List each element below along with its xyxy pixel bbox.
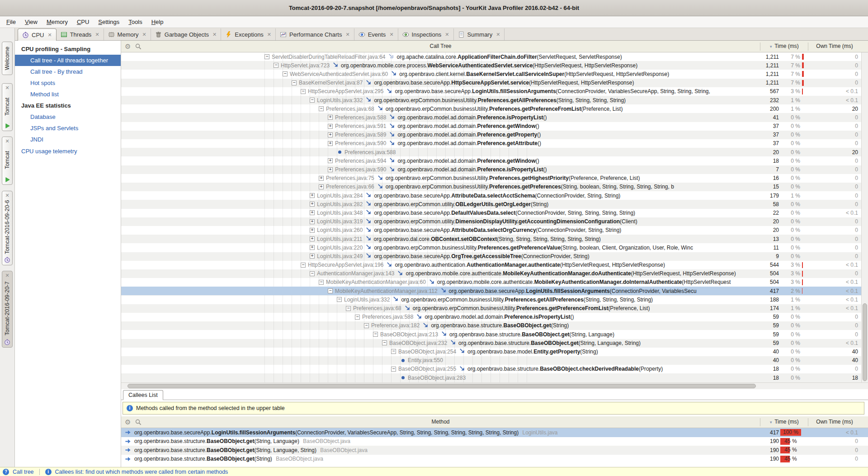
call-tree-row[interactable]: −ServletDisablerDuringTableReloadFilter.… bbox=[121, 52, 861, 61]
call-tree-row[interactable]: +Preferences.java:591org.openbravo.model… bbox=[121, 122, 861, 131]
call-tree-row[interactable]: +LoginUtils.java:249org.openbravo.base.s… bbox=[121, 252, 861, 260]
vertical-scrollbar[interactable] bbox=[861, 52, 868, 382]
sidebar-item-cpu-usage-telemetry[interactable]: CPU usage telemetry bbox=[15, 145, 121, 157]
horizontal-scrollbar[interactable] bbox=[121, 382, 868, 389]
expand-toggle[interactable]: + bbox=[310, 219, 315, 224]
tab-cpu[interactable]: CPU✕ bbox=[18, 28, 57, 41]
close-icon[interactable]: ✕ bbox=[212, 32, 217, 38]
call-tree-row[interactable]: +Preferences.java:75org.openbravo.erpCom… bbox=[121, 174, 861, 183]
expand-toggle[interactable]: + bbox=[310, 202, 315, 207]
menu-settings[interactable]: Settings bbox=[94, 17, 124, 27]
tab-threads[interactable]: Threads✕ bbox=[57, 28, 104, 40]
call-tree-row[interactable]: −Preferences.java:68org.openbravo.erpCom… bbox=[121, 104, 861, 113]
status-item[interactable]: Call tree bbox=[13, 469, 34, 475]
sidebar-item-method-list[interactable]: Method list bbox=[15, 89, 121, 100]
scrollbar-thumb[interactable] bbox=[863, 303, 867, 381]
collapse-toggle[interactable]: − bbox=[373, 332, 378, 337]
expand-toggle[interactable]: + bbox=[328, 132, 333, 137]
column-time[interactable]: ▼Time (ms) bbox=[760, 43, 808, 49]
expand-toggle[interactable]: + bbox=[328, 167, 333, 172]
call-tree-row[interactable]: Entity.java:550400 %40 bbox=[121, 356, 861, 365]
callee-row[interactable]: org.openbravo.base.structure.BaseOBObjec… bbox=[121, 437, 868, 446]
expand-toggle[interactable]: + bbox=[319, 176, 324, 181]
call-tree-row[interactable]: −LoginUtils.java:332org.openbravo.erpCom… bbox=[121, 295, 861, 304]
expand-toggle[interactable]: + bbox=[310, 210, 315, 215]
column-own-time[interactable]: Own Time (ms) bbox=[808, 419, 861, 425]
call-tree-row[interactable]: −Preference.java:182org.openbravo.base.s… bbox=[121, 321, 861, 330]
scrollbar-thumb[interactable] bbox=[127, 384, 756, 388]
call-tree-row[interactable]: −MobileKeyAuthenticationManager.java:60o… bbox=[121, 278, 861, 287]
expand-toggle[interactable]: + bbox=[319, 184, 324, 189]
call-tree-row[interactable]: −HttpSecureAppServlet.java:196org.openbr… bbox=[121, 261, 861, 269]
collapse-toggle[interactable]: − bbox=[301, 89, 306, 94]
snapshot-tab-tomcat-2016-09-20-7[interactable]: ✕Tomcat-2016-09-20-7 bbox=[2, 271, 13, 348]
close-icon[interactable]: ✕ bbox=[5, 85, 9, 90]
collapse-toggle[interactable]: − bbox=[364, 323, 369, 328]
call-tree-row[interactable]: −BaseOBObject.java:255org.openbravo.base… bbox=[121, 365, 861, 373]
collapse-toggle[interactable]: − bbox=[382, 340, 387, 345]
collapse-toggle[interactable]: − bbox=[346, 306, 351, 311]
call-tree-row[interactable]: −LoginUtils.java:332org.openbravo.erpCom… bbox=[121, 96, 861, 104]
callee-row[interactable]: org.openbravo.base.structure.BaseOBObjec… bbox=[121, 446, 868, 455]
close-icon[interactable]: ✕ bbox=[47, 32, 52, 38]
collapse-toggle[interactable]: − bbox=[301, 263, 306, 268]
expand-toggle[interactable]: + bbox=[310, 254, 315, 259]
call-tree-row[interactable]: −BaseKernelServlet.java:87org.openbravo.… bbox=[121, 79, 861, 87]
call-tree-row[interactable]: +Preferences.java:590org.openbravo.model… bbox=[121, 139, 861, 148]
collapse-toggle[interactable]: − bbox=[319, 280, 324, 285]
collapse-toggle[interactable]: − bbox=[264, 54, 269, 59]
sidebar-item-call-tree-by-thread[interactable]: Call tree - By thread bbox=[15, 66, 121, 77]
tab-memory[interactable]: Memory✕ bbox=[104, 28, 151, 40]
tab-callees-list[interactable]: Callees List bbox=[123, 390, 163, 400]
call-tree-row[interactable]: −Preferences.java:588org.openbravo.model… bbox=[121, 313, 861, 321]
call-tree-row[interactable]: +LoginUtils.java:220org.openbravo.erpCom… bbox=[121, 243, 861, 252]
call-tree-row[interactable]: −BaseOBObject.java:232org.openbravo.base… bbox=[121, 339, 861, 347]
tab-performance-charts[interactable]: Performance Charts✕ bbox=[276, 28, 354, 40]
collapse-toggle[interactable]: − bbox=[391, 367, 396, 372]
sidebar-item-database[interactable]: Database bbox=[15, 111, 121, 123]
column-method[interactable]: Method bbox=[121, 419, 760, 425]
call-tree-row[interactable]: +Preferences.java:590org.openbravo.model… bbox=[121, 165, 861, 174]
sidebar-item-jsps-and-servlets[interactable]: JSPs and Servlets bbox=[15, 123, 121, 134]
tab-summary[interactable]: Summary✕ bbox=[454, 28, 505, 40]
call-tree-row[interactable]: +Preferences.java:588org.openbravo.model… bbox=[121, 113, 861, 122]
expand-toggle[interactable]: + bbox=[310, 236, 315, 241]
call-tree-row[interactable]: BaseOBObject.java:283180 %18 bbox=[121, 373, 861, 382]
expand-toggle[interactable]: + bbox=[328, 115, 333, 120]
tab-inspections[interactable]: Inspections✕ bbox=[398, 28, 454, 40]
call-tree-row[interactable]: −HttpSecureAppServlet.java:295org.openbr… bbox=[121, 87, 861, 96]
menu-tools[interactable]: Tools bbox=[124, 17, 146, 27]
menu-cpu[interactable]: CPU bbox=[72, 17, 94, 27]
column-time[interactable]: ▼Time (ms) bbox=[760, 419, 808, 425]
close-icon[interactable]: ✕ bbox=[5, 273, 9, 278]
sidebar-item-jndi[interactable]: JNDI bbox=[15, 134, 121, 145]
collapse-toggle[interactable]: − bbox=[328, 288, 333, 293]
call-tree-row[interactable]: +LoginUtils.java:284org.openbravo.base.s… bbox=[121, 191, 861, 200]
collapse-toggle[interactable]: − bbox=[310, 271, 315, 276]
call-tree-row[interactable]: −Preferences.java:68org.openbravo.erpCom… bbox=[121, 304, 861, 312]
column-own-time[interactable]: Own Time (ms) bbox=[808, 43, 861, 49]
collapse-toggle[interactable]: − bbox=[310, 98, 315, 103]
collapse-toggle[interactable]: − bbox=[283, 71, 288, 76]
call-tree-row[interactable]: +LoginUtils.java:319org.openbravo.erpCom… bbox=[121, 217, 861, 226]
expand-toggle[interactable]: + bbox=[328, 124, 333, 129]
call-tree-row[interactable]: −BaseOBObject.java:213org.openbravo.base… bbox=[121, 330, 861, 339]
collapse-toggle[interactable]: − bbox=[292, 80, 297, 85]
close-icon[interactable]: ✕ bbox=[389, 32, 393, 38]
callee-row[interactable]: org.openbravo.base.secureApp.LoginUtils.… bbox=[121, 428, 868, 437]
close-icon[interactable]: ✕ bbox=[496, 32, 500, 38]
window-titlebar[interactable]: Tomcat-2016-09-20-7.snapshot [/home/open… bbox=[0, 0, 868, 16]
expand-toggle[interactable]: + bbox=[310, 193, 315, 198]
close-icon[interactable]: ✕ bbox=[95, 32, 99, 38]
call-tree-row[interactable]: −MobileKeyAuthenticationManager.java:112… bbox=[121, 287, 861, 295]
snapshot-tab-tomcat-2016-09-20-6[interactable]: ✕Tomcat-2016-09-20-6 bbox=[2, 191, 13, 265]
menu-view[interactable]: View bbox=[20, 17, 42, 27]
close-icon[interactable]: ✕ bbox=[345, 32, 349, 38]
collapse-toggle[interactable]: − bbox=[274, 63, 278, 68]
collapse-toggle[interactable]: − bbox=[319, 106, 324, 111]
menu-memory[interactable]: Memory bbox=[42, 17, 72, 27]
tab-events[interactable]: Events✕ bbox=[354, 28, 398, 40]
call-tree-row[interactable]: −WebServiceAuthenticatedServlet.java:60o… bbox=[121, 70, 861, 78]
expand-toggle[interactable]: + bbox=[328, 141, 333, 146]
collapse-toggle[interactable]: − bbox=[391, 349, 396, 354]
